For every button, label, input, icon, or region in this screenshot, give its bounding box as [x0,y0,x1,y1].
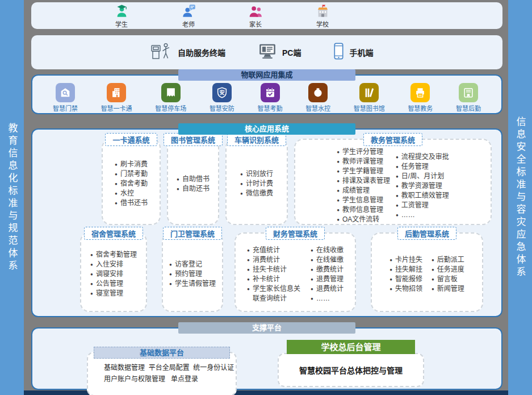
users-panel: 学生 老师 家长 学校 [31,2,502,29]
terminal-item-kiosk: 自助服务终端 [149,41,225,63]
bullet-icon: ● [247,275,250,284]
bullet-icon: ● [432,255,434,265]
smart-campus-architecture-diagram: 教育信息化标准与规范体系 信息安全标准与容灾应急体系 学生 老师 [0,0,532,395]
list-item-label: 在线催缴 [316,255,344,265]
core-row-2: 宿舍管理系统 ●宿舍考勤管理●入住安排●调寝安排●公告管理●寝室管理 门卫管理系… [80,232,501,312]
bullet-icon: ● [169,260,172,269]
list-item: ●新闻管理 [432,284,464,294]
right-sidebar-label: 信息安全标准与容灾应急体系 [513,117,527,279]
list-item: ●失物招领 [389,284,422,294]
system-title: 车辆识别系统 [227,133,286,146]
list-item: ●学生信息管理 [337,196,390,205]
list-item: ●刷卡消费 [115,160,148,169]
list-item: ●教师信息管理 [337,205,390,215]
list-item: ●学生评分管理 [337,147,390,157]
bullet-icon: ● [432,284,434,294]
list-item-label: 失物招领 [395,284,422,294]
list-item-label: 宿舍考勤 [120,179,148,189]
bullet-icon: ● [396,210,399,220]
support-panel-title: 支撑平台 [178,322,355,334]
list-item: ●流程提交及审批 [396,152,449,162]
list-item: ●教职工绩效管理 [396,191,449,201]
iot-label: 智慧安防 [210,103,234,113]
bullet-icon: ● [396,181,399,191]
system-item-column: ●学生评分管理●教师评课管理●学生学籍管理●排课及课表管理●成绩管理●学生信息管… [337,147,390,224]
list-item: ●任务管理 [396,162,449,172]
list-item-label: 门禁考勤 [120,169,148,179]
bullet-icon: ● [177,184,179,194]
list-item: ●留言板 [432,275,464,284]
system-box-onecard: 一卡通系统 ●刷卡消费●门禁考勤●宿舍考勤●水控●借书还书 [102,139,161,225]
iot-item-attendance: 智慧考勤 [258,83,283,113]
list-item-label: 学生家长信息关联查询统计 [253,284,306,303]
base-platform-line: 用户账户与权限管理 单点登录 [104,373,230,385]
list-item-label: 学生评分管理 [342,147,383,157]
door-access-icon [56,83,75,102]
list-item-label: 学生学籍管理 [342,167,383,176]
system-box-finance: 财务管理系统 ●充值统计●消费统计●挂失卡统计●补卡统计●学生家长信息关联查询统… [234,232,356,312]
terminal-item-mobile: 手机端 [334,43,373,62]
list-item: ●教师评课管理 [337,157,390,167]
iot-item-logistics: 智慧后勤 [456,83,481,113]
list-item-label: 自助还书 [182,184,210,194]
list-item: ●任务进度 [432,265,464,275]
list-item-label: 在线收缴 [316,246,344,255]
bullet-icon: ● [90,260,93,269]
bullet-icon: ● [90,289,93,298]
system-item-column: ●访客登记●预约管理●学生请假管理 [169,260,216,289]
iot-label: 智慧图书馆 [354,103,385,113]
bullet-icon: ● [115,198,118,208]
iot-label: 智慧教务 [408,103,433,113]
list-item: ●补卡统计 [247,275,306,284]
system-item-column: ●刷卡消费●门禁考勤●宿舍考勤●水控●借书还书 [115,160,148,208]
list-item-label: 成绩管理 [342,186,370,196]
list-item: ●借书还书 [115,198,148,208]
school-admin-block: 学校总后台管理 智慧校园平台总体把控与管理 [278,340,424,389]
list-item: ●智能报修 [389,275,422,284]
school-admin-desc: 智慧校园平台总体把控与管理 [278,353,424,387]
library-books-icon [359,83,379,102]
bullet-icon: ● [115,169,118,179]
list-item: ●门禁考勤 [115,169,148,179]
school-admin-title: 学校总后台管理 [287,340,415,354]
system-box-gatekeeper: 门卫管理系统 ●访客登记●预约管理●学生请假管理 [162,232,223,312]
system-box-vehicle: 车辆识别系统 ●识别放行●计时计费●微信缴费 [225,139,288,225]
list-item-label: 任务管理 [401,162,429,172]
list-item: ●日/周、月计划 [396,172,449,181]
bullet-icon: ● [396,191,399,201]
core-panel-title: 核心应用系统 [178,123,355,135]
attendance-calendar-icon [261,83,280,102]
desktop-icon [258,43,277,61]
user-label: 学校 [316,19,329,28]
left-sidebar: 教育信息化标准与规范体系 [0,0,24,395]
list-item-label: 水控 [120,189,134,198]
list-item: ●访客登记 [169,260,216,269]
bullet-icon: ● [396,201,399,210]
list-item-label: 排课及课表管理 [342,176,390,186]
iot-label: 智慧一卡通 [101,103,132,113]
list-item-label: 学生请假管理 [175,279,216,289]
list-item: ●工资管理 [396,201,449,210]
user-label: 老师 [182,19,195,28]
iot-label: 智慧水控 [305,103,330,113]
list-item: ●预约管理 [169,269,216,279]
system-item-column: ●自助借书●自助还书 [177,174,210,194]
iot-panel: 物联网应用集成 智慧门禁 智慧一卡通 [31,74,502,114]
list-item: ●学生家长信息关联查询统计 [247,284,306,303]
list-item-label: 寝室管理 [96,289,123,298]
list-item: ●教学资源管理 [396,181,449,191]
list-item: ●公告管理 [90,279,137,289]
list-item: ●自助借书 [177,174,210,184]
terminal-label: PC端 [282,47,301,58]
parents-icon [248,3,263,19]
bullet-icon: ● [115,189,118,198]
iot-icon-row: 智慧门禁 智慧一卡通 智慧停车场 安 [32,76,501,113]
school-icon [315,3,330,19]
system-item-column: ●宿舍考勤管理●入住安排●调寝安排●公告管理●寝室管理 [90,250,137,298]
bullet-icon: ● [389,284,392,294]
list-item-label: 微信缴费 [246,189,273,198]
list-item-label: 充值统计 [253,246,280,255]
list-item-label: 消费统计 [253,255,280,265]
terminal-label: 自助服务终端 [178,47,225,58]
security-shield-icon: 安 [212,83,232,102]
